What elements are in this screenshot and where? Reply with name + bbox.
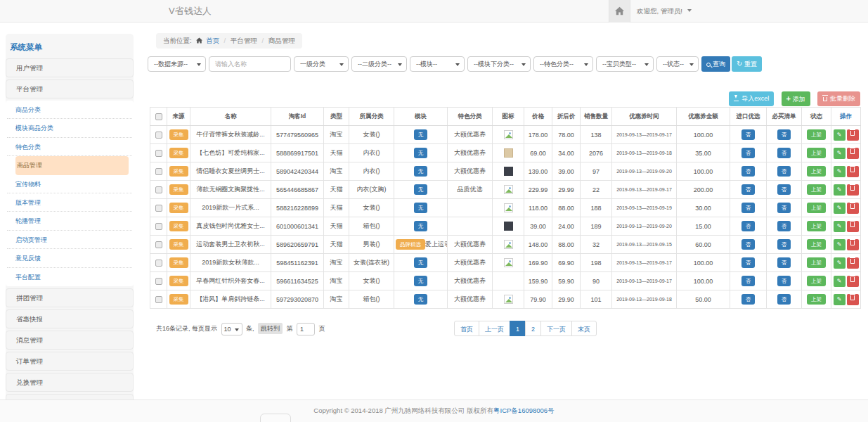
delete-button[interactable]: [847, 294, 859, 305]
sidebar-subitem-宣传物料[interactable]: 宣传物料: [7, 175, 132, 193]
row-checkbox[interactable]: [155, 241, 162, 248]
must-buy-badge[interactable]: 否: [777, 276, 791, 286]
filter-select-3[interactable]: --模块--: [410, 56, 465, 72]
status-badge[interactable]: 上架: [807, 257, 826, 268]
row-checkbox[interactable]: [155, 186, 162, 193]
imported-badge[interactable]: 否: [741, 276, 756, 286]
home-button[interactable]: [609, 0, 630, 23]
sidebar-subitem-启动页管理[interactable]: 启动页管理: [7, 231, 132, 249]
sidebar-subitem-模块商品分类[interactable]: 模块商品分类: [7, 119, 132, 137]
filter-select-4[interactable]: --模块下分类--: [467, 56, 531, 72]
edit-button[interactable]: ✎: [834, 129, 846, 141]
name-search-input[interactable]: 请输入名称: [209, 56, 291, 72]
sidebar-subitem-商品分类[interactable]: 商品分类: [7, 101, 132, 119]
sidebar-subitem-特色分类[interactable]: 特色分类: [7, 138, 132, 156]
page-button-下一页[interactable]: 下一页: [540, 321, 572, 336]
sidebar-item-兑换管理[interactable]: 兑换管理: [6, 373, 134, 392]
row-checkbox[interactable]: [155, 296, 162, 303]
breadcrumb-home-link[interactable]: 首页: [206, 37, 219, 44]
sidebar-subitem-轮播管理[interactable]: 轮播管理: [7, 212, 132, 230]
must-buy-badge[interactable]: 否: [777, 203, 791, 213]
imported-badge[interactable]: 否: [741, 203, 756, 213]
filter-select-0[interactable]: --数据来源--: [148, 56, 206, 72]
sidebar-item-平台管理[interactable]: 平台管理: [6, 79, 134, 98]
status-badge[interactable]: 上架: [807, 239, 826, 250]
must-buy-badge[interactable]: 否: [777, 221, 791, 231]
status-badge[interactable]: 上架: [807, 184, 826, 195]
icp-link[interactable]: 粤ICP备16098006号: [493, 407, 555, 414]
sidebar-item-订单管理[interactable]: 订单管理: [6, 352, 134, 371]
page-button-2[interactable]: 2: [525, 321, 541, 336]
row-checkbox[interactable]: [155, 260, 162, 267]
page-number-input[interactable]: 1: [297, 323, 315, 335]
breadcrumb-item-platform[interactable]: 平台管理: [231, 37, 257, 44]
sidebar-item-拼团管理[interactable]: 拼团管理: [6, 288, 134, 307]
delete-button[interactable]: [847, 221, 859, 232]
must-buy-badge[interactable]: 否: [777, 239, 791, 250]
sidebar-subitem-商品管理[interactable]: 商品管理: [15, 156, 129, 174]
page-button-1[interactable]: 1: [510, 321, 526, 336]
delete-button[interactable]: [847, 203, 859, 214]
sidebar-item-消息管理[interactable]: 消息管理: [6, 331, 134, 350]
jump-button[interactable]: 跳转到: [258, 323, 283, 334]
user-menu[interactable]: 欢迎您, 管理员!: [637, 0, 692, 23]
filter-select-5[interactable]: --特色分类--: [533, 56, 593, 72]
import-excel-button[interactable]: 导入excel: [729, 91, 774, 106]
edit-button[interactable]: ✎: [834, 203, 846, 214]
sidebar-subitem-平台配置[interactable]: 平台配置: [7, 268, 132, 286]
batch-delete-button[interactable]: 批量删除: [817, 91, 860, 106]
add-button[interactable]: + 添加: [782, 91, 810, 106]
edit-button[interactable]: ✎: [834, 221, 846, 232]
status-badge[interactable]: 上架: [807, 203, 826, 213]
edit-button[interactable]: ✎: [834, 239, 846, 250]
delete-button[interactable]: [847, 166, 859, 177]
status-badge[interactable]: 上架: [807, 221, 826, 231]
page-button-末页[interactable]: 末页: [571, 321, 597, 336]
must-buy-badge[interactable]: 否: [777, 184, 791, 195]
filter-select-2[interactable]: --二级分类--: [351, 56, 407, 72]
edit-button[interactable]: ✎: [834, 294, 846, 305]
row-checkbox[interactable]: [155, 278, 162, 285]
per-page-select[interactable]: 10: [221, 323, 242, 335]
row-checkbox[interactable]: [155, 168, 162, 175]
sidebar-item-省惠快报[interactable]: 省惠快报: [6, 309, 134, 328]
imported-badge[interactable]: 否: [741, 294, 756, 305]
search-button[interactable]: 查询: [701, 56, 730, 72]
must-buy-badge[interactable]: 否: [777, 257, 791, 268]
imported-badge[interactable]: 否: [741, 257, 756, 268]
delete-button[interactable]: [847, 148, 859, 159]
imported-badge[interactable]: 否: [741, 184, 756, 195]
edit-button[interactable]: ✎: [834, 148, 846, 159]
row-checkbox[interactable]: [155, 223, 162, 230]
edit-button[interactable]: ✎: [834, 257, 846, 269]
select-all-checkbox[interactable]: [155, 113, 162, 120]
delete-button[interactable]: [847, 276, 859, 287]
delete-button[interactable]: [847, 239, 859, 250]
must-buy-badge[interactable]: 否: [777, 148, 791, 158]
page-button-首页[interactable]: 首页: [454, 321, 479, 336]
delete-button[interactable]: [847, 129, 859, 141]
delete-button[interactable]: [847, 257, 859, 269]
sidebar-subitem-版本管理[interactable]: 版本管理: [7, 193, 132, 212]
row-checkbox[interactable]: [155, 132, 162, 139]
sidebar-subitem-意见反馈[interactable]: 意见反馈: [7, 249, 132, 267]
imported-badge[interactable]: 否: [741, 148, 756, 158]
status-badge[interactable]: 上架: [807, 129, 826, 140]
must-buy-badge[interactable]: 否: [777, 129, 791, 140]
reset-button[interactable]: ↻ 重置: [732, 56, 762, 72]
edit-button[interactable]: ✎: [834, 184, 846, 196]
imported-badge[interactable]: 否: [741, 221, 756, 231]
filter-select-1[interactable]: 一级分类: [294, 56, 349, 72]
edit-button[interactable]: ✎: [834, 166, 846, 177]
filter-select-7[interactable]: --状态--: [656, 56, 699, 72]
imported-badge[interactable]: 否: [741, 166, 756, 177]
must-buy-badge[interactable]: 否: [777, 294, 791, 305]
page-button-上一页[interactable]: 上一页: [479, 321, 510, 336]
status-badge[interactable]: 上架: [807, 294, 826, 305]
imported-badge[interactable]: 否: [741, 239, 756, 250]
imported-badge[interactable]: 否: [741, 129, 756, 140]
row-checkbox[interactable]: [155, 150, 162, 157]
must-buy-badge[interactable]: 否: [777, 166, 791, 177]
sidebar-item-用户管理[interactable]: 用户管理: [6, 58, 134, 77]
status-badge[interactable]: 上架: [807, 276, 826, 286]
